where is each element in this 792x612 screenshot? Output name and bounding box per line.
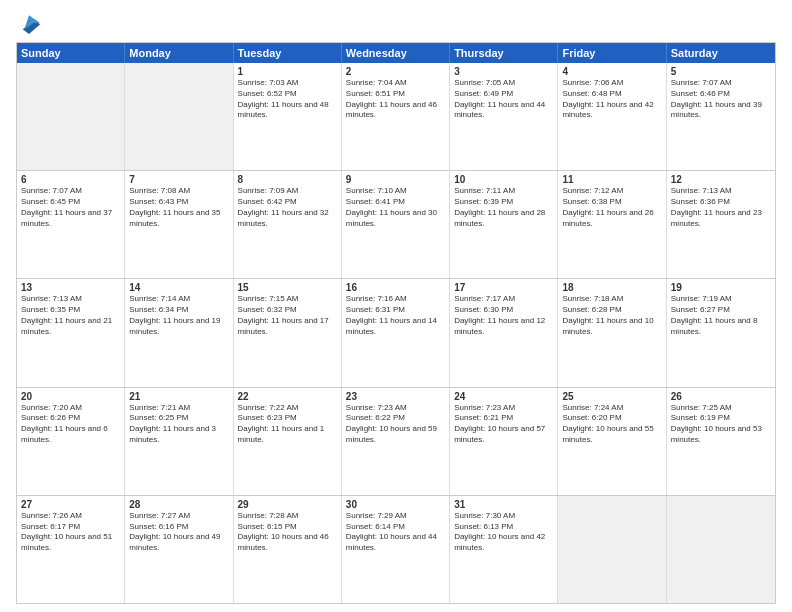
day-number: 25	[562, 391, 661, 402]
cell-info: Sunrise: 7:07 AM Sunset: 6:45 PM Dayligh…	[21, 186, 120, 229]
header-day-monday: Monday	[125, 43, 233, 63]
calendar-row-5: 27Sunrise: 7:26 AM Sunset: 6:17 PM Dayli…	[17, 495, 775, 603]
calendar-cell: 28Sunrise: 7:27 AM Sunset: 6:16 PM Dayli…	[125, 496, 233, 603]
calendar-cell: 5Sunrise: 7:07 AM Sunset: 6:46 PM Daylig…	[667, 63, 775, 170]
day-number: 6	[21, 174, 120, 185]
cell-info: Sunrise: 7:16 AM Sunset: 6:31 PM Dayligh…	[346, 294, 445, 337]
day-number: 7	[129, 174, 228, 185]
calendar-cell: 7Sunrise: 7:08 AM Sunset: 6:43 PM Daylig…	[125, 171, 233, 278]
day-number: 2	[346, 66, 445, 77]
calendar-cell: 26Sunrise: 7:25 AM Sunset: 6:19 PM Dayli…	[667, 388, 775, 495]
cell-info: Sunrise: 7:03 AM Sunset: 6:52 PM Dayligh…	[238, 78, 337, 121]
calendar-cell: 10Sunrise: 7:11 AM Sunset: 6:39 PM Dayli…	[450, 171, 558, 278]
calendar-cell: 25Sunrise: 7:24 AM Sunset: 6:20 PM Dayli…	[558, 388, 666, 495]
day-number: 26	[671, 391, 771, 402]
calendar-cell: 15Sunrise: 7:15 AM Sunset: 6:32 PM Dayli…	[234, 279, 342, 386]
cell-info: Sunrise: 7:06 AM Sunset: 6:48 PM Dayligh…	[562, 78, 661, 121]
day-number: 22	[238, 391, 337, 402]
cell-info: Sunrise: 7:07 AM Sunset: 6:46 PM Dayligh…	[671, 78, 771, 121]
calendar-cell: 21Sunrise: 7:21 AM Sunset: 6:25 PM Dayli…	[125, 388, 233, 495]
calendar-header: SundayMondayTuesdayWednesdayThursdayFrid…	[17, 43, 775, 63]
day-number: 15	[238, 282, 337, 293]
calendar-cell: 24Sunrise: 7:23 AM Sunset: 6:21 PM Dayli…	[450, 388, 558, 495]
day-number: 13	[21, 282, 120, 293]
day-number: 18	[562, 282, 661, 293]
day-number: 17	[454, 282, 553, 293]
day-number: 30	[346, 499, 445, 510]
header-day-saturday: Saturday	[667, 43, 775, 63]
calendar-cell: 2Sunrise: 7:04 AM Sunset: 6:51 PM Daylig…	[342, 63, 450, 170]
calendar-cell: 1Sunrise: 7:03 AM Sunset: 6:52 PM Daylig…	[234, 63, 342, 170]
cell-info: Sunrise: 7:15 AM Sunset: 6:32 PM Dayligh…	[238, 294, 337, 337]
day-number: 8	[238, 174, 337, 185]
header-day-friday: Friday	[558, 43, 666, 63]
cell-info: Sunrise: 7:29 AM Sunset: 6:14 PM Dayligh…	[346, 511, 445, 554]
calendar-row-2: 6Sunrise: 7:07 AM Sunset: 6:45 PM Daylig…	[17, 170, 775, 278]
cell-info: Sunrise: 7:17 AM Sunset: 6:30 PM Dayligh…	[454, 294, 553, 337]
calendar-cell: 8Sunrise: 7:09 AM Sunset: 6:42 PM Daylig…	[234, 171, 342, 278]
day-number: 16	[346, 282, 445, 293]
cell-info: Sunrise: 7:23 AM Sunset: 6:22 PM Dayligh…	[346, 403, 445, 446]
day-number: 28	[129, 499, 228, 510]
day-number: 20	[21, 391, 120, 402]
header-day-thursday: Thursday	[450, 43, 558, 63]
calendar-cell: 14Sunrise: 7:14 AM Sunset: 6:34 PM Dayli…	[125, 279, 233, 386]
cell-info: Sunrise: 7:13 AM Sunset: 6:36 PM Dayligh…	[671, 186, 771, 229]
calendar-cell: 22Sunrise: 7:22 AM Sunset: 6:23 PM Dayli…	[234, 388, 342, 495]
cell-info: Sunrise: 7:21 AM Sunset: 6:25 PM Dayligh…	[129, 403, 228, 446]
cell-info: Sunrise: 7:14 AM Sunset: 6:34 PM Dayligh…	[129, 294, 228, 337]
calendar-cell: 31Sunrise: 7:30 AM Sunset: 6:13 PM Dayli…	[450, 496, 558, 603]
cell-info: Sunrise: 7:10 AM Sunset: 6:41 PM Dayligh…	[346, 186, 445, 229]
cell-info: Sunrise: 7:08 AM Sunset: 6:43 PM Dayligh…	[129, 186, 228, 229]
calendar-row-3: 13Sunrise: 7:13 AM Sunset: 6:35 PM Dayli…	[17, 278, 775, 386]
day-number: 14	[129, 282, 228, 293]
cell-info: Sunrise: 7:05 AM Sunset: 6:49 PM Dayligh…	[454, 78, 553, 121]
header	[16, 12, 776, 34]
calendar-cell: 18Sunrise: 7:18 AM Sunset: 6:28 PM Dayli…	[558, 279, 666, 386]
day-number: 29	[238, 499, 337, 510]
day-number: 4	[562, 66, 661, 77]
header-day-wednesday: Wednesday	[342, 43, 450, 63]
calendar-cell	[17, 63, 125, 170]
logo-icon	[18, 12, 40, 34]
cell-info: Sunrise: 7:27 AM Sunset: 6:16 PM Dayligh…	[129, 511, 228, 554]
cell-info: Sunrise: 7:18 AM Sunset: 6:28 PM Dayligh…	[562, 294, 661, 337]
cell-info: Sunrise: 7:26 AM Sunset: 6:17 PM Dayligh…	[21, 511, 120, 554]
day-number: 11	[562, 174, 661, 185]
calendar-cell	[125, 63, 233, 170]
day-number: 21	[129, 391, 228, 402]
calendar-cell	[667, 496, 775, 603]
day-number: 12	[671, 174, 771, 185]
calendar-cell: 19Sunrise: 7:19 AM Sunset: 6:27 PM Dayli…	[667, 279, 775, 386]
cell-info: Sunrise: 7:23 AM Sunset: 6:21 PM Dayligh…	[454, 403, 553, 446]
day-number: 1	[238, 66, 337, 77]
calendar-row-1: 1Sunrise: 7:03 AM Sunset: 6:52 PM Daylig…	[17, 63, 775, 170]
day-number: 5	[671, 66, 771, 77]
cell-info: Sunrise: 7:04 AM Sunset: 6:51 PM Dayligh…	[346, 78, 445, 121]
calendar-cell: 27Sunrise: 7:26 AM Sunset: 6:17 PM Dayli…	[17, 496, 125, 603]
calendar-body: 1Sunrise: 7:03 AM Sunset: 6:52 PM Daylig…	[17, 63, 775, 603]
cell-info: Sunrise: 7:11 AM Sunset: 6:39 PM Dayligh…	[454, 186, 553, 229]
cell-info: Sunrise: 7:09 AM Sunset: 6:42 PM Dayligh…	[238, 186, 337, 229]
calendar-cell: 6Sunrise: 7:07 AM Sunset: 6:45 PM Daylig…	[17, 171, 125, 278]
calendar-cell: 11Sunrise: 7:12 AM Sunset: 6:38 PM Dayli…	[558, 171, 666, 278]
cell-info: Sunrise: 7:22 AM Sunset: 6:23 PM Dayligh…	[238, 403, 337, 446]
cell-info: Sunrise: 7:12 AM Sunset: 6:38 PM Dayligh…	[562, 186, 661, 229]
calendar-cell: 17Sunrise: 7:17 AM Sunset: 6:30 PM Dayli…	[450, 279, 558, 386]
calendar-cell: 16Sunrise: 7:16 AM Sunset: 6:31 PM Dayli…	[342, 279, 450, 386]
day-number: 9	[346, 174, 445, 185]
calendar-page: SundayMondayTuesdayWednesdayThursdayFrid…	[0, 0, 792, 612]
day-number: 24	[454, 391, 553, 402]
day-number: 19	[671, 282, 771, 293]
calendar-row-4: 20Sunrise: 7:20 AM Sunset: 6:26 PM Dayli…	[17, 387, 775, 495]
calendar-cell: 9Sunrise: 7:10 AM Sunset: 6:41 PM Daylig…	[342, 171, 450, 278]
cell-info: Sunrise: 7:28 AM Sunset: 6:15 PM Dayligh…	[238, 511, 337, 554]
calendar-cell: 20Sunrise: 7:20 AM Sunset: 6:26 PM Dayli…	[17, 388, 125, 495]
cell-info: Sunrise: 7:30 AM Sunset: 6:13 PM Dayligh…	[454, 511, 553, 554]
cell-info: Sunrise: 7:13 AM Sunset: 6:35 PM Dayligh…	[21, 294, 120, 337]
day-number: 3	[454, 66, 553, 77]
cell-info: Sunrise: 7:24 AM Sunset: 6:20 PM Dayligh…	[562, 403, 661, 446]
header-day-sunday: Sunday	[17, 43, 125, 63]
header-day-tuesday: Tuesday	[234, 43, 342, 63]
day-number: 27	[21, 499, 120, 510]
